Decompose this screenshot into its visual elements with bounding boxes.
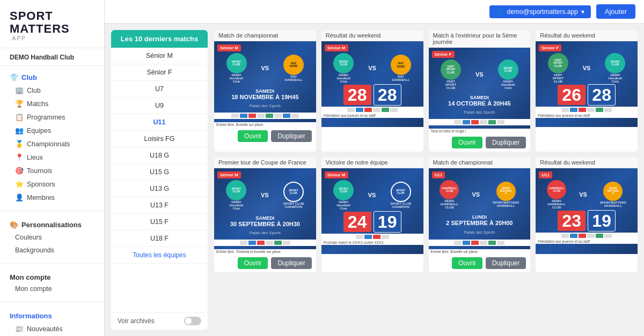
team-item-u13f[interactable]: U13 F [111, 197, 208, 214]
card-8-caption: Félicitation aux joueurs et au staff [536, 239, 638, 244]
card-7-team2-logo: SPORTMATTERSA [496, 182, 516, 201]
card-1-dupliquer-button[interactable]: Dupliquer [271, 130, 311, 142]
card-1-visual: Sénior M SPORTCLUB DEMOHandballClub VS R… [214, 41, 316, 127]
divider-3 [0, 302, 104, 302]
archives-toggle[interactable] [184, 317, 201, 325]
card-4-caption: Félicitation aux joueurs et au staff [536, 113, 638, 118]
card-5-badge: Sénior M [217, 171, 241, 178]
sidebar-item-championnats[interactable]: 🥇 Championnats [0, 137, 104, 151]
nav-compte-section: Mon compte Mon compte [0, 266, 104, 300]
nouveautes-icon: 📰 [15, 325, 24, 333]
card-5-team1-logo: SPORTCLUB [226, 180, 246, 200]
card-7-ouvrir-button[interactable]: Ouvrir [452, 257, 482, 269]
membres-icon: 👤 [15, 193, 24, 201]
team-item-loisirs-fg[interactable]: Loisirs FG [111, 131, 208, 147]
team-item-u9[interactable]: U9 [111, 98, 208, 114]
vs-text-7: VS [472, 191, 480, 198]
sidebar-item-lieux[interactable]: 📍 Lieux [0, 151, 104, 164]
card-7-caption: Entrée libre. Buvette sur place. [429, 249, 531, 254]
team-item-u13g[interactable]: U13 G [111, 181, 208, 197]
logo-sub: .APP [10, 35, 94, 41]
card-5-dupliquer-button[interactable]: Dupliquer [271, 257, 311, 269]
add-button[interactable]: Ajouter [596, 4, 635, 19]
card-6-team1-logo: SPORTCLUB [333, 180, 354, 200]
card-4-sponsors [536, 107, 638, 113]
team-item-senior-m[interactable]: Sénior M [111, 48, 208, 64]
team-item-u18f[interactable]: U18 F [111, 230, 208, 247]
team-item-u15g[interactable]: U15 G [111, 164, 208, 181]
card-5-visual: Sénior M SPORTCLUB DEMOHandballClub VS S… [214, 168, 316, 254]
card-8-badge: U11 [539, 171, 552, 178]
card-2-team2-logo: RAYHAND [391, 55, 411, 75]
divider-2 [0, 263, 104, 264]
card-2-scores: 28 28 [321, 83, 423, 107]
championnats-icon: 🥇 [15, 140, 24, 148]
card-3-date: SAMEDI 14 OCTOBRE à 20H45 [429, 93, 531, 107]
sidebar-item-equipes[interactable]: 👥 Equipes [0, 124, 104, 137]
shirt-icon: 👕 [10, 73, 18, 81]
card-8-label: Résultat du weekend [536, 157, 638, 168]
card-1-team1-logo: SPORTCLUB [226, 53, 247, 73]
card-2-sponsors [321, 107, 423, 113]
nav-info-section: Informations 📰 Nouveautés [0, 304, 104, 336]
user-badge[interactable]: 👤 demo@sportmatters.app ▾ [489, 5, 591, 18]
perso-icon: 🎨 [10, 221, 18, 229]
card-2-score1: 28 [343, 85, 371, 105]
card-1-team2-name: RAYHANDBALL [285, 75, 303, 81]
card-5-caption: Entrée libre. Tombola et buvette sur pla… [214, 249, 316, 254]
card-7-date: LUNDI 2 SEPTEMBRE à 20H00 [429, 212, 531, 226]
team-item-u11[interactable]: U11 [111, 114, 208, 131]
card-1-ouvrir-button[interactable]: Ouvrir [238, 130, 268, 142]
card-3-ouvrir-button[interactable]: Ouvrir [452, 137, 482, 148]
card-8-team2-logo: SPORTMATTERSA [603, 182, 623, 201]
vs-text-5: VS [261, 192, 269, 198]
card-7-venue: Palais des Sports [429, 230, 531, 236]
sidebar-item-couleurs[interactable]: Couleurs [0, 231, 104, 244]
card-8-visual: U11 HANDBALLCLUB DEMOHANDBALLCLUB VS SPO… [536, 168, 638, 254]
card-6-score2: 19 [374, 211, 401, 233]
team-item-u7[interactable]: U7 [111, 81, 208, 98]
team-item-u15f[interactable]: U15 F [111, 214, 208, 230]
club-name: DEMO Handball Club [0, 48, 104, 66]
card-3-sponsors [429, 119, 531, 125]
card-5-ouvrir-button[interactable]: Ouvrir [238, 257, 268, 269]
card-7-team1-logo: HANDBALLCLUB [440, 180, 459, 199]
card-2-score2: 28 [374, 84, 401, 106]
card-1-sponsors [214, 113, 316, 119]
sidebar-item-club[interactable]: 🏢 Club [0, 84, 104, 97]
sidebar-item-programmes[interactable]: 📋 Programmes [0, 110, 104, 124]
sidebar-item-tournois[interactable]: 🎯 Tournois [0, 164, 104, 177]
sidebar-item-nouveautes[interactable]: 📰 Nouveautés [0, 322, 104, 335]
team-item-toutes[interactable]: Toutes les équipes [111, 247, 208, 264]
team-item-senior-f[interactable]: Sénior F [111, 64, 208, 81]
cards-grid: Match de championnat Sénior M SPORTCLUB … [214, 30, 638, 330]
card-4-visual: Sénior F VERTSPORTCLUB VERTSPORTCLUB VS … [536, 41, 638, 127]
team-item-u18g[interactable]: U18 G [111, 147, 208, 164]
sidebar-item-matchs[interactable]: 🏆 Matchs [0, 97, 104, 110]
topbar: 👤 demo@sportmatters.app ▾ Ajouter [105, 0, 644, 24]
card-6-caption: Prochain match le XX/XX contre XXXX [321, 240, 423, 245]
club-section-title: 👕 Club [0, 70, 104, 84]
card-3-dupliquer-button[interactable]: Dupliquer [486, 137, 526, 148]
sidebar-item-backgrounds[interactable]: Backgrounds [0, 244, 104, 257]
vs-text-2: VS [368, 65, 376, 71]
personnalisations-title: 🎨 Personnalisations [0, 218, 104, 231]
card-7-actions: Ouvrir Dupliquer [429, 254, 531, 272]
card-7-label: Match de championnat [429, 157, 531, 168]
card-6-sponsors [321, 234, 423, 240]
user-icon: 👤 [496, 8, 504, 16]
main-area: 👤 demo@sportmatters.app ▾ Ajouter Les 10… [105, 0, 644, 336]
sidebar-item-membres[interactable]: 👤 Membres [0, 191, 104, 204]
card-1-date: SAMEDI 18 NOVEMBRE à 19H45 [214, 86, 316, 100]
divider-1 [0, 211, 104, 211]
card-4-team1-logo: VERTSPORTCLUB [548, 53, 568, 73]
card-1-team2-logo: RAYHAND [283, 55, 304, 75]
card-2-label: Résultat du weekend [321, 30, 423, 41]
card-7-dupliquer-button[interactable]: Dupliquer [486, 257, 526, 269]
card-4-badge: Sénior F [539, 44, 561, 51]
sidebar-item-mon-compte[interactable]: Mon compte [0, 282, 104, 295]
sidebar-item-sponsors[interactable]: ⭐ Sponsors [0, 177, 104, 191]
sponsors-icon: ⭐ [15, 180, 24, 188]
chevron-down-icon: ▾ [581, 8, 584, 16]
card-5-team2-logo: SPORTCLUB [283, 182, 304, 202]
